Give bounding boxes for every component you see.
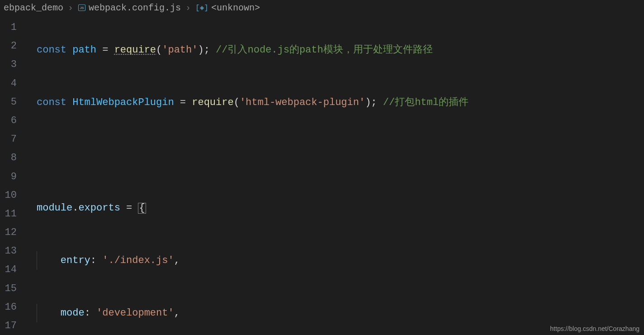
code-line[interactable]: entry: './index.js', xyxy=(25,251,644,270)
line-number: 8 xyxy=(0,148,25,167)
line-number: 9 xyxy=(0,168,25,186)
line-number: 1 xyxy=(0,18,25,37)
code-line[interactable]: mode: 'development', xyxy=(25,304,644,322)
line-number: 2 xyxy=(0,37,25,55)
breadcrumb[interactable]: ebpack_demo › JS webpack.config.js › [◈]… xyxy=(0,0,644,15)
line-number: 3 xyxy=(0,55,25,74)
line-number: 16 xyxy=(0,298,25,316)
line-number: 12 xyxy=(0,223,25,242)
editor[interactable]: 1 2 3 4 5 6 7 8 9 10 11 12 13 14 15 16 1… xyxy=(0,15,644,335)
breadcrumb-symbol[interactable]: <unknown> xyxy=(211,3,260,13)
line-number: 10 xyxy=(0,186,25,205)
chevron-right-icon: › xyxy=(185,3,191,13)
symbol-icon: [◈] xyxy=(195,3,208,12)
breadcrumb-folder[interactable]: ebpack_demo xyxy=(4,3,63,13)
watermark: https://blog.csdn.net/Corazhang xyxy=(550,325,639,332)
code-line[interactable]: module.exports = { xyxy=(25,199,644,217)
line-number: 5 xyxy=(0,93,25,111)
code-line[interactable]: const HtmlWebpackPlugin = require('html-… xyxy=(25,93,644,112)
line-number: 15 xyxy=(0,279,25,298)
chevron-right-icon: › xyxy=(68,3,73,13)
svg-text:JS: JS xyxy=(80,6,84,10)
line-number: 17 xyxy=(0,316,25,335)
line-number-gutter: 1 2 3 4 5 6 7 8 9 10 11 12 13 14 15 16 1… xyxy=(0,15,25,335)
code-line[interactable]: const path = require('path'); //引入node.j… xyxy=(25,41,644,59)
code-line[interactable] xyxy=(25,146,644,164)
line-number: 6 xyxy=(0,111,25,130)
js-file-icon: JS xyxy=(78,4,86,12)
line-number: 7 xyxy=(0,130,25,148)
line-number: 14 xyxy=(0,260,25,279)
line-number: 13 xyxy=(0,242,25,260)
breadcrumb-file[interactable]: webpack.config.js xyxy=(89,3,181,13)
code-area[interactable]: const path = require('path'); //引入node.j… xyxy=(25,15,644,335)
line-number: 4 xyxy=(0,74,25,93)
line-number: 11 xyxy=(0,205,25,223)
